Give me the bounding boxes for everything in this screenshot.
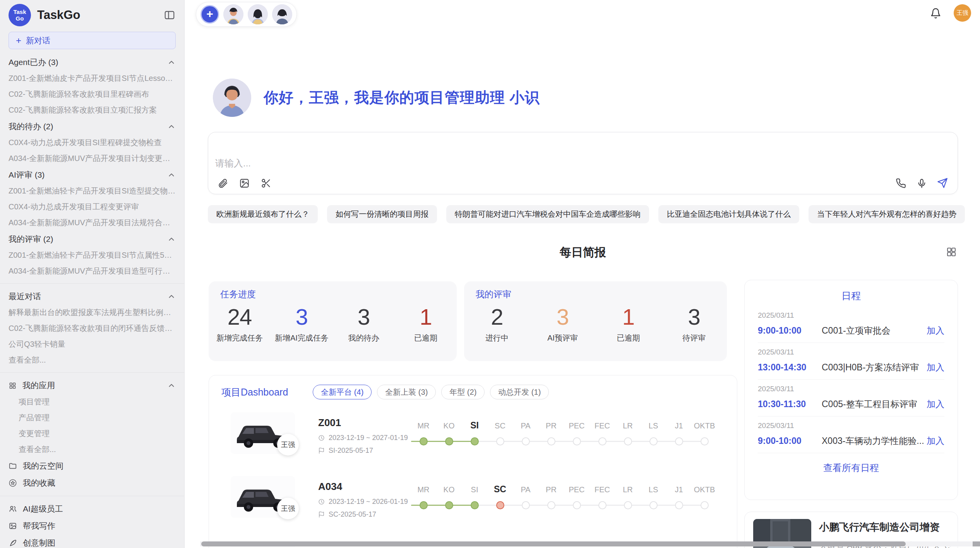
milestone-node[interactable] <box>547 501 555 509</box>
milestone-node[interactable] <box>420 501 428 509</box>
sidebar-section-header[interactable]: AI评审 (3) <box>9 166 176 183</box>
milestone-node[interactable] <box>496 501 504 509</box>
milestone-label: FEC <box>595 421 610 430</box>
sidebar-recent-chat-item[interactable]: 查看全部... <box>9 352 176 368</box>
milestone-node[interactable] <box>522 437 530 445</box>
sidebar-task-item[interactable]: A034-全新新能源MUV产品开发项目法规符合性评审 <box>9 215 176 231</box>
sidebar-tool-people[interactable]: AI超级员工 <box>9 500 176 517</box>
sidebar-collapse-icon[interactable] <box>163 9 176 21</box>
layout-grid-icon[interactable] <box>946 246 957 259</box>
sidebar-section-header[interactable]: 我的评审 (2) <box>9 231 176 247</box>
milestone-node[interactable] <box>471 437 479 445</box>
milestone-node[interactable] <box>624 501 632 509</box>
sidebar-task-item[interactable]: C02-飞腾新能源轻客改款项目立项汇报方案 <box>9 102 176 118</box>
milestone-node[interactable] <box>445 437 453 445</box>
schedule-join-link[interactable]: 加入 <box>927 398 944 410</box>
greeting-text: 你好，王强，我是你的项目管理助理 小识 <box>264 88 540 108</box>
phone-icon[interactable] <box>895 177 906 189</box>
sidebar-task-item[interactable]: Z001-全新燃油轻卡产品开发项目SI造型提交物评审 <box>9 183 176 199</box>
schedule-item-time: 13:00-14:30 <box>758 362 822 373</box>
milestone-node[interactable] <box>624 437 632 445</box>
schedule-join-link[interactable]: 加入 <box>927 435 944 447</box>
sidebar-task-item[interactable]: C02-飞腾新能源轻客改款项目里程碑画布 <box>9 86 176 102</box>
sidebar-section-header[interactable]: 最近对话 <box>9 288 176 305</box>
sidebar-task-item[interactable]: A034-全新新能源MUV产品开发项目计划变更表编写 <box>9 151 176 166</box>
milestone-node[interactable] <box>675 501 683 509</box>
schedule-list: 2025/03/119:00-10:00C001-立项审批会加入2025/03/… <box>758 306 944 453</box>
dashboard-tab[interactable]: 年型 (2) <box>441 385 485 399</box>
sidebar-task-item[interactable]: C0X4-动力总成开发项目SI里程碑提交物检查 <box>9 135 176 151</box>
milestone-node[interactable] <box>573 501 581 509</box>
milestone-node[interactable] <box>522 501 530 509</box>
schedule-join-link[interactable]: 加入 <box>927 325 944 337</box>
sidebar-section-header[interactable]: Agent已办 (3) <box>9 54 176 70</box>
sidebar-task-item[interactable]: Z001-全新燃油轻卡产品开发项目SI节点属性5D文件评审 <box>9 247 176 263</box>
schedule-item-time: 10:30-11:30 <box>758 399 822 409</box>
milestone-node[interactable] <box>675 437 683 445</box>
schedule-item-name: C001-立项审批会 <box>822 325 927 337</box>
clock-icon <box>318 435 325 441</box>
sidebar-item-folder[interactable]: 我的云空间 <box>9 457 176 474</box>
milestone-node[interactable] <box>547 437 555 445</box>
milestone-node[interactable] <box>649 437 658 445</box>
image-attach-icon[interactable] <box>238 177 250 189</box>
scrollbar-corner[interactable] <box>973 541 980 546</box>
suggestion-chip[interactable]: 比亚迪全固态电池计划具体说了什么 <box>658 205 799 223</box>
schedule-view-all-link[interactable]: 查看所有日程 <box>745 462 958 474</box>
project-date-range: 2023-12-19 ~ 2027-01-19 <box>318 434 408 442</box>
notification-bell-icon[interactable] <box>930 8 941 21</box>
scissors-icon[interactable] <box>260 177 272 189</box>
sidebar-app-item[interactable]: 项目管理 <box>9 394 176 410</box>
sidebar-app-item[interactable]: 查看全部... <box>9 442 176 457</box>
dashboard-tab[interactable]: 全新上装 (3) <box>377 385 436 399</box>
milestone-node[interactable] <box>573 437 581 445</box>
schedule-join-link[interactable]: 加入 <box>927 361 944 373</box>
sidebar-task-item[interactable]: Z001-全新燃油皮卡产品开发项目SI节点Lesson Learn报告 <box>9 70 176 86</box>
project-row: 王强A0342023-12-19 ~ 2026-01-19SC-2025-05-… <box>209 472 737 536</box>
add-member-button[interactable]: + <box>200 5 219 24</box>
suggestion-chip[interactable]: 如何写一份清晰的项目周报 <box>327 205 437 223</box>
sidebar-recent-chat-item[interactable]: 解释最新出台的欧盟报废车法规再生塑料比例被调至15%... <box>9 305 176 320</box>
pen-icon <box>9 539 17 547</box>
sidebar-recent-chat-item[interactable]: C02-飞腾新能源轻客改款项目的闭环通告反馈情况 <box>9 320 176 336</box>
dashboard-tab[interactable]: 动总开发 (1) <box>490 385 549 399</box>
project-flag-text: SC-2025-05-17 <box>329 510 376 519</box>
project-owner-badge[interactable]: 王强 <box>277 434 299 456</box>
project-flag-date: SC-2025-05-17 <box>318 510 376 519</box>
sidebar-tool-label: 帮我写作 <box>23 521 55 531</box>
sidebar-item-star[interactable]: 我的收藏 <box>9 474 176 491</box>
sidebar-task-item[interactable]: C0X4-动力总成开发项目工程变更评审 <box>9 199 176 215</box>
horizontal-scrollbar-thumb[interactable] <box>201 541 906 546</box>
paperclip-icon[interactable] <box>217 177 228 189</box>
user-avatar[interactable]: 王强 <box>954 4 971 22</box>
microphone-icon[interactable] <box>916 177 927 189</box>
milestone-node[interactable] <box>598 437 607 445</box>
milestone-node[interactable] <box>649 501 658 509</box>
sidebar-section-header[interactable]: 我的待办 (2) <box>9 118 176 135</box>
milestone-node[interactable] <box>420 437 428 445</box>
sidebar-tool-photo[interactable]: 帮我写作 <box>9 517 176 534</box>
send-icon[interactable] <box>937 177 948 189</box>
dashboard-tab[interactable]: 全新平台 (4) <box>313 385 372 399</box>
sidebar-app-item[interactable]: 变更管理 <box>9 426 176 442</box>
milestone-node[interactable] <box>701 501 709 509</box>
milestone-node[interactable] <box>471 501 479 509</box>
member-avatar-3[interactable] <box>272 4 292 24</box>
member-avatar-2[interactable] <box>248 4 268 24</box>
suggestion-chip[interactable]: 当下年轻人对汽车外观有怎样的喜好趋势 <box>809 205 965 223</box>
sidebar-recent-chat-item[interactable]: 公司Q3轻卡销量 <box>9 336 176 352</box>
new-chat-button[interactable]: + 新对话 <box>9 32 176 49</box>
composer-input[interactable] <box>215 154 796 173</box>
milestone-node[interactable] <box>701 437 709 445</box>
sidebar-app-item[interactable]: 产品管理 <box>9 410 176 426</box>
suggestion-chip[interactable]: 特朗普可能对进口汽车增税会对中国车企造成哪些影响 <box>446 205 649 223</box>
member-avatar-1[interactable] <box>223 4 243 24</box>
sidebar-task-item[interactable]: A034-全新新能源MUV产品开发项目造型可行性评审 <box>9 263 176 279</box>
suggestion-chip[interactable]: 欧洲新规最近颁布了什么？ <box>208 205 318 223</box>
milestone-node[interactable] <box>445 501 453 509</box>
milestone-node[interactable] <box>598 501 607 509</box>
project-owner-badge[interactable]: 王强 <box>277 498 299 519</box>
sidebar-tool-pen[interactable]: 创意制图 <box>9 534 176 548</box>
sidebar-my-apps-header[interactable]: 我的应用 <box>9 377 176 394</box>
milestone-node[interactable] <box>496 437 504 445</box>
